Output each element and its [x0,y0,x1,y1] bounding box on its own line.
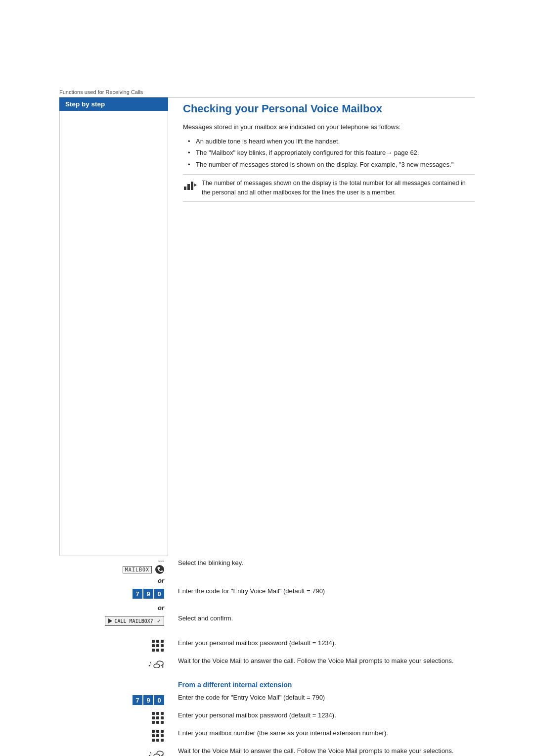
diff-wait-step-left: ♪ [59,746,173,756]
key-7: 7 [133,589,142,599]
phone-receiver-icon-2 [153,749,164,756]
diff-password-step-right: Enter your personal mailbox password (de… [173,710,475,720]
num-keys-790: 7 9 0 [133,589,164,599]
diff-mailbox-step-row: Enter your mailbox number (the same as y… [59,728,475,743]
wait-step-right: Wait for the Voice Mail to answer the ca… [173,656,475,666]
code-step-right: Enter the code for "Entry Voice Mail" (d… [173,586,475,596]
svg-rect-2 [191,182,193,190]
password-step-row: Enter your personal mailbox password (de… [59,638,475,653]
diff-code-step-left: 7 9 0 [59,693,173,708]
wait-step-left: ♪ [59,656,173,671]
mailbox-step-right: Select the blinking key. [173,558,475,568]
or-row-2: or [59,604,475,612]
note-text: The number of messages shown on the disp… [202,179,475,197]
step-by-step-header: Step by step [59,97,168,111]
left-column: Step by step [59,97,173,556]
wiggle-lines: ᵥᵥᵥ [158,558,164,563]
list-item: The number of messages stored is shown o… [188,160,475,170]
diff-wait-step-right: Wait for the Voice Mail to answer the ca… [173,746,475,756]
call-mailbox-step-left: CALL MAILBOX? ✓ [59,614,173,628]
mailbox-key-container: ᵥᵥᵥ MAILBOX [123,558,164,574]
subsection-left-spacer [59,674,173,693]
diff-password-step-left [59,710,173,725]
spacer-1 [59,631,475,638]
call-mailbox-step-right: Select and confirm. [173,614,475,623]
diff-key-7: 7 [133,695,142,705]
call-mailbox-label: CALL MAILBOX? [114,618,153,624]
or-label-1: or [59,577,173,584]
page: Functions used for Receiving Calls Step … [0,0,534,756]
mailbox-step-left: ᵥᵥᵥ MAILBOX [59,558,173,574]
phone-receiver-icon-1 [153,659,164,668]
code-step-left: 7 9 0 [59,586,173,601]
keypad-icon-2 [152,712,164,724]
music-note-icon-2: ♪ [148,749,152,756]
or-right-2 [173,604,475,612]
note-box: The number of messages shown on the disp… [183,174,475,202]
section-title: Checking your Personal Voice Mailbox [183,102,475,115]
num-keys-790-diff: 7 9 0 [133,695,164,705]
svg-point-4 [154,664,160,668]
svg-rect-0 [184,187,186,190]
call-mailbox-step-row: CALL MAILBOX? ✓ Select and confirm. [59,614,475,628]
music-note-icon-1: ♪ [148,659,152,669]
keypad-icon-3 [152,730,164,742]
main-layout: Step by step Checking your Personal Voic… [59,97,475,556]
diff-code-step-row: 7 9 0 Enter the code for "Entry Voice Ma… [59,693,475,708]
diff-key-0: 0 [154,695,164,705]
key-9: 9 [143,589,153,599]
diff-code-step-right: Enter the code for "Entry Voice Mail" (d… [173,693,475,703]
play-icon [108,618,112,623]
svg-rect-1 [187,184,190,190]
page-header: Functions used for Receiving Calls [59,89,475,97]
key-0: 0 [154,589,164,599]
svg-point-7 [154,754,160,756]
diff-mailbox-step-left [59,728,173,743]
code-step-row: 7 9 0 Enter the code for "Entry Voice Ma… [59,586,475,601]
svg-point-9 [162,755,164,756]
svg-marker-3 [194,184,197,187]
diff-wait-step-row: ♪ Wait for the Voice Mail to answer the … [59,746,475,756]
subsection-title-container: From a different internal extension [173,674,475,693]
svg-point-6 [162,664,164,666]
call-mailbox-button[interactable]: CALL MAILBOX? ✓ [105,616,164,626]
diff-mailbox-step-right: Enter your mailbox number (the same as y… [173,728,475,738]
phone-circle-icon [155,565,164,574]
left-steps-panel [59,111,168,556]
password-step-right: Enter your personal mailbox password (de… [173,638,475,648]
mailbox-step-row: ᵥᵥᵥ MAILBOX Select the blinking [59,558,475,574]
or-row-1: or [59,577,475,584]
steps-container: ᵥᵥᵥ MAILBOX Select the blinking [59,558,475,756]
bullet-list: An audible tone is heard when you lift t… [183,137,475,170]
diff-password-step-row: Enter your personal mailbox password (de… [59,710,475,725]
info-bars-icon [183,180,197,190]
wait-step-row: ♪ Wait for the Voice Mail to answer the … [59,656,475,671]
subsection-row: From a different internal extension [59,674,475,693]
svg-point-5 [162,666,164,668]
intro-text: Messages stored in your mailbox are indi… [183,122,475,133]
or-right-1 [173,577,475,584]
subsection-title: From a different internal extension [178,681,475,689]
keypad-icon-1 [152,640,164,652]
right-column: Checking your Personal Voice Mailbox Mes… [173,97,475,556]
password-step-left [59,638,173,653]
list-item: An audible tone is heard when you lift t… [188,137,475,146]
check-icon: ✓ [157,617,161,624]
or-label-2: or [59,604,173,612]
diff-key-9: 9 [143,695,153,705]
list-item: The "Mailbox" key blinks, if appropriate… [188,148,475,158]
mailbox-key-label: MAILBOX [123,566,152,573]
note-icon [183,179,197,190]
